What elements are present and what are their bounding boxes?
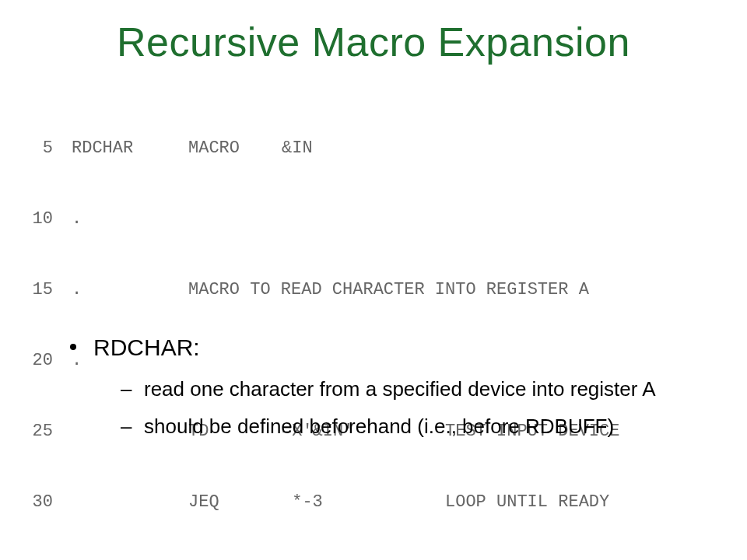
bullet-text: read one character from a specified devi… bbox=[144, 377, 656, 401]
bullet-level2: – should be defined beforehand (i.e., be… bbox=[70, 412, 704, 440]
line-number: 15 bbox=[16, 278, 72, 302]
code-opcode: JEQ bbox=[188, 491, 282, 514]
code-label: RDCHAR bbox=[72, 137, 188, 160]
code-label: . bbox=[72, 278, 188, 302]
code-label: . bbox=[72, 208, 188, 231]
bullet-text: RDCHAR: bbox=[93, 334, 200, 360]
line-number: 25 bbox=[16, 420, 72, 443]
page-title: Recursive Macro Expansion bbox=[0, 19, 747, 65]
bullet-dot-icon bbox=[70, 344, 76, 350]
code-operand: *-3 bbox=[282, 491, 445, 514]
code-comment-line: MACRO TO READ CHARACTER INTO REGISTER A bbox=[188, 278, 589, 302]
code-label bbox=[72, 491, 188, 514]
line-number: 20 bbox=[16, 349, 72, 373]
line-number: 30 bbox=[16, 491, 72, 514]
code-comment: LOOP UNTIL READY bbox=[445, 491, 609, 514]
bullet-level2: – read one character from a specified de… bbox=[70, 375, 704, 403]
line-number: 5 bbox=[16, 137, 72, 160]
dash-icon: – bbox=[121, 412, 132, 440]
code-row: 15.MACRO TO READ CHARACTER INTO REGISTER… bbox=[16, 278, 731, 302]
code-opcode: MACRO bbox=[188, 137, 282, 160]
macro-code-block: 5RDCHARMACRO&IN 10. 15.MACRO TO READ CHA… bbox=[16, 89, 731, 560]
bullet-level1: RDCHAR: bbox=[70, 334, 704, 361]
line-number: 10 bbox=[16, 208, 72, 231]
code-row: 5RDCHARMACRO&IN bbox=[16, 137, 731, 160]
code-operand: &IN bbox=[282, 137, 445, 160]
code-opcode bbox=[188, 208, 282, 231]
dash-icon: – bbox=[121, 375, 132, 403]
code-row: 30JEQ *-3LOOP UNTIL READY bbox=[16, 491, 731, 514]
slide: Recursive Macro Expansion 5RDCHARMACRO&I… bbox=[0, 0, 747, 560]
bullet-list: RDCHAR: – read one character from a spec… bbox=[70, 334, 704, 450]
code-operand bbox=[282, 208, 445, 231]
bullet-text: should be defined beforehand (i.e., befo… bbox=[144, 415, 614, 438]
code-row: 10. bbox=[16, 208, 731, 231]
